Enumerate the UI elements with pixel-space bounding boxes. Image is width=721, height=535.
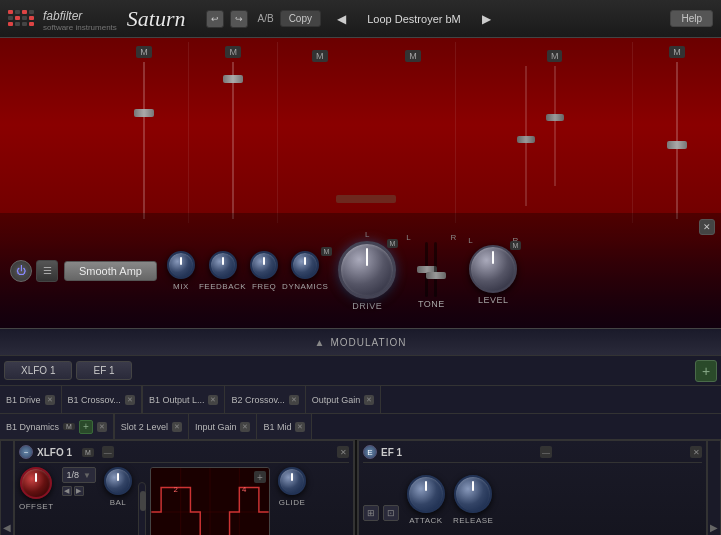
slot-slot2-level[interactable]: Slot 2 Level ✕ — [115, 414, 189, 439]
power-button[interactable]: ⏻ — [10, 260, 32, 282]
level-knob-body[interactable] — [469, 245, 517, 293]
slot-b1-dynamics[interactable]: B1 Dynamics M + ✕ — [0, 414, 114, 439]
slot-b2-crossover[interactable]: B2 Crossov... ✕ — [225, 386, 305, 413]
slot-b1-crossover[interactable]: B1 Crossov... ✕ — [62, 386, 142, 413]
add-mod-source-button[interactable]: + — [695, 360, 717, 382]
logo-dot — [29, 16, 34, 20]
slot-b1-mid[interactable]: B1 Mid ✕ — [257, 414, 312, 439]
band-4-fader-r[interactable] — [546, 114, 564, 121]
freq-knob[interactable]: FREQ — [250, 251, 278, 291]
slot-output-gain[interactable]: Output Gain ✕ — [306, 386, 382, 413]
xlfo-step-back[interactable]: ◀ — [62, 486, 72, 496]
band-2-fader-handle[interactable] — [223, 75, 243, 83]
tone-fader-l-track — [425, 242, 428, 297]
xlfo-bal-knob-body[interactable] — [104, 467, 132, 495]
band-1-strip: M — [100, 42, 189, 223]
slot-slot2-level-close[interactable]: ✕ — [172, 422, 182, 432]
drive-m-badge[interactable]: M — [387, 239, 399, 248]
xlfo-m-badge[interactable]: M — [82, 448, 94, 457]
dynamics-m-badge[interactable]: M — [321, 247, 333, 256]
band-5-m-badge[interactable]: M — [669, 46, 685, 58]
slot-input-gain[interactable]: Input Gain ✕ — [189, 414, 258, 439]
preset-prev-button[interactable]: ◀ — [337, 12, 346, 26]
feedback-knob[interactable]: FEEDBACK — [199, 251, 246, 291]
copy-button[interactable]: Copy — [280, 10, 321, 27]
dynamics-knob-indicator — [304, 257, 306, 265]
ef1-minimize-button[interactable]: — — [540, 446, 552, 458]
slot-output-gain-close[interactable]: ✕ — [364, 395, 374, 405]
slot-b1-crossover-close[interactable]: ✕ — [125, 395, 135, 405]
xlfo-offset-knob-body[interactable] — [20, 467, 52, 499]
xlfo-rate-select[interactable]: 1/8 ▼ — [62, 467, 96, 483]
slot-b1-output-close[interactable]: ✕ — [208, 395, 218, 405]
xlfo-glide-knob-body[interactable] — [278, 467, 306, 495]
slot-b1-dynamics-close[interactable]: ✕ — [97, 422, 107, 432]
slot-b1-drive[interactable]: B1 Drive ✕ — [0, 386, 62, 413]
ef1-close-button[interactable]: ✕ — [690, 446, 702, 458]
tone-fader-l[interactable] — [425, 242, 428, 297]
xlfo-offset-knob[interactable]: OFFSET — [19, 467, 54, 511]
right-panel-arrow[interactable]: ▶ — [707, 440, 721, 535]
drive-knob[interactable]: M — [338, 241, 396, 299]
freq-knob-body[interactable] — [250, 251, 278, 279]
ef1-release-knob[interactable]: RELEASE — [453, 475, 493, 525]
dynamics-knob[interactable]: M DYNAMICS — [282, 251, 328, 291]
band-controls-left: ⏻ ☰ — [10, 260, 58, 282]
xlfo-bal-knob[interactable]: BAL — [104, 467, 132, 507]
tone-fader-r[interactable] — [434, 242, 437, 297]
band-close-button[interactable]: ✕ — [699, 219, 715, 235]
band-3-m-badge-l[interactable]: M — [312, 50, 328, 62]
slot-b1-drive-close[interactable]: ✕ — [45, 395, 55, 405]
logo-dot — [22, 16, 27, 20]
redo-button[interactable]: ↪ — [230, 10, 248, 28]
xlfo-glide-knob[interactable]: GLIDE — [278, 467, 306, 507]
band-2-m-badge[interactable]: M — [225, 46, 241, 58]
slot-b1-mid-close[interactable]: ✕ — [295, 422, 305, 432]
b1-dynamics-add[interactable]: + — [79, 420, 93, 434]
band-5-fader-track — [676, 62, 678, 219]
slot-b2-crossover-close[interactable]: ✕ — [289, 395, 299, 405]
settings-button[interactable]: ☰ — [36, 260, 58, 282]
band-3-m-badge-r[interactable]: M — [405, 50, 421, 62]
dynamics-knob-body[interactable] — [291, 251, 319, 279]
ef1-tab[interactable]: EF 1 — [76, 361, 131, 380]
left-panel-arrow[interactable]: ◀ — [0, 440, 14, 535]
bottom-slots-row1: B1 Drive ✕ B1 Crossov... ✕ B1 Output L..… — [0, 386, 721, 414]
mix-knob[interactable]: MIX — [167, 251, 195, 291]
band-5-fader-handle[interactable] — [667, 141, 687, 149]
tone-fader-r-handle[interactable] — [426, 272, 446, 279]
b1-dynamics-m-badge[interactable]: M — [63, 423, 75, 430]
band-1-fader-handle[interactable] — [134, 109, 154, 117]
band-4-m-badge[interactable]: M — [547, 50, 563, 62]
level-knob[interactable]: M — [469, 245, 517, 293]
xlfo1-tab[interactable]: XLFO 1 — [4, 361, 72, 380]
preset-next-button[interactable]: ▶ — [482, 12, 491, 26]
ef1-btn2[interactable]: ⊡ — [383, 505, 399, 521]
help-button[interactable]: Help — [670, 10, 713, 27]
band-4-fader-l[interactable] — [517, 136, 535, 143]
logo-dot — [29, 10, 34, 14]
xlfo-close-button[interactable]: ✕ — [337, 446, 349, 458]
svg-text:2: 2 — [174, 485, 178, 494]
drive-knob-body[interactable] — [338, 241, 396, 299]
saturation-type-label[interactable]: Smooth Amp — [64, 261, 157, 281]
xlfo-minimize-button[interactable]: — — [102, 446, 114, 458]
xlfo-scrollbar[interactable] — [138, 482, 146, 535]
undo-button[interactable]: ↩ — [206, 10, 224, 28]
xlfo-wave-plus[interactable]: + — [254, 471, 266, 483]
ef1-btn1[interactable]: ⊞ — [363, 505, 379, 521]
slot-b1-output[interactable]: B1 Output L... ✕ — [143, 386, 226, 413]
ef1-release-knob-body[interactable] — [454, 475, 492, 513]
feedback-knob-body[interactable] — [209, 251, 237, 279]
ef1-attack-knob-body[interactable] — [407, 475, 445, 513]
mix-knob-body[interactable] — [167, 251, 195, 279]
ab-label: A/B — [258, 13, 274, 24]
slot-input-gain-close[interactable]: ✕ — [240, 422, 250, 432]
level-section: L R M LEVEL — [468, 236, 518, 305]
level-m-badge[interactable]: M — [510, 241, 522, 250]
xlfo-glide-label: GLIDE — [279, 498, 306, 507]
modulation-bar[interactable]: ▲ MODULATION — [0, 328, 721, 356]
xlfo-step-fwd[interactable]: ▶ — [74, 486, 84, 496]
band-1-m-badge[interactable]: M — [136, 46, 152, 58]
ef1-attack-knob[interactable]: ATTACK — [407, 475, 445, 525]
